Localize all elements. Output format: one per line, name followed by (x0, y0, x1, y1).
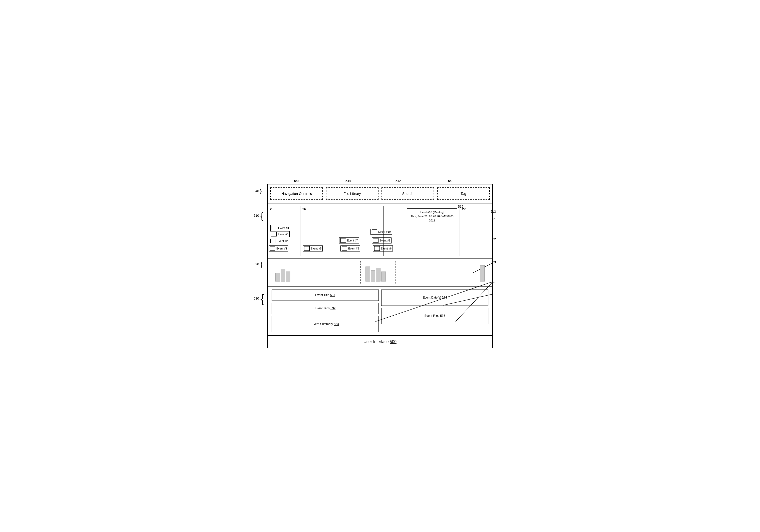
timeline-inner: 25 Event #4 Event #3 Event #2 (268, 206, 492, 256)
tooltip-title: Event #10 (Meeting) (410, 210, 454, 214)
bar-mid-4 (381, 272, 386, 282)
chart-inner (268, 261, 492, 284)
bar-mid-2 (371, 270, 375, 282)
event-box-2[interactable]: Event #2 (269, 238, 289, 244)
event-tooltip: Event #10 (Meeting) Thur, June 26, 20:20… (407, 208, 457, 224)
event-9-label: Event #9 (379, 239, 390, 242)
event-box-1[interactable]: Event #1 (268, 245, 288, 251)
ref-542: 542 (396, 179, 401, 183)
chart-section: 523 521 (268, 259, 492, 287)
main-frame: 541 544 542 543 Navigation Controls File… (267, 184, 493, 348)
col-25-label: 25 (270, 207, 273, 211)
event-6-label: Event #6 (348, 247, 359, 250)
toolbar-section: 541 544 542 543 Navigation Controls File… (268, 184, 492, 203)
timeline-section: 512 513 511 522 25 Event #4 Event #3 (268, 203, 492, 259)
ref-543: 543 (448, 179, 453, 183)
event-icon-4 (272, 226, 277, 230)
event-summary-ref: 533 (334, 322, 339, 326)
ref-541: 541 (294, 179, 300, 183)
chart-bars-left (275, 269, 290, 282)
search-item[interactable]: Search (382, 188, 434, 200)
event-3-label: Event #3 (278, 233, 288, 236)
diagram-container: 540 } 510 { 520 { 530 { 541 544 542 543 … (267, 184, 493, 348)
event-files-ref: 535 (440, 314, 445, 318)
event-icon-3 (271, 232, 277, 237)
event-box-7[interactable]: Event #7 (339, 238, 359, 244)
label-520: 520 { (254, 261, 262, 268)
event-4-label: Event #4 (278, 226, 289, 230)
event-icon-1 (270, 246, 275, 251)
bar-mid-1 (365, 267, 370, 282)
col-26-label: 26 (303, 207, 306, 211)
col-27: 27 (459, 206, 492, 256)
event-title-box[interactable]: Event Title 531 (272, 289, 379, 301)
label-540: 540 } (254, 189, 261, 194)
event-box-4[interactable]: Event #4 (270, 225, 290, 231)
event-tags-box[interactable]: Event Tags 532 (272, 303, 379, 314)
label-530: 530 { (254, 293, 264, 305)
tag-item[interactable]: Tag (437, 188, 490, 200)
chart-dashed-line-right (396, 261, 396, 284)
nav-controls-item[interactable]: Navigation Controls (270, 188, 323, 200)
event-8-label: Event #8 (381, 247, 392, 250)
event-title-label: Event Title 531 (315, 293, 335, 297)
bar-right-1 (480, 265, 485, 282)
nav-controls-label: Navigation Controls (281, 192, 312, 196)
tooltip-date: Thur, June 26, 20:20:20 GMT-0700 2011 (410, 214, 454, 222)
footer-ref: 500 (390, 339, 397, 344)
footer-label: User Interface (363, 339, 389, 344)
event-icon-8 (374, 246, 380, 251)
label-510: 510 { (254, 211, 263, 220)
col-27-label: 27 (462, 207, 466, 211)
event-dates-ref: 534 (442, 296, 447, 299)
event-box-5[interactable]: Event #5 (303, 245, 323, 251)
event-box-6[interactable]: Event #6 (341, 245, 360, 251)
event-tags-ref: 532 (330, 307, 335, 310)
chart-dashed-line-left (360, 261, 361, 284)
event-files-box[interactable]: Event Files 535 (381, 308, 488, 324)
event-icon-5 (304, 246, 309, 251)
footer-section: User Interface 500 (268, 335, 492, 348)
event-summary-label: Event Summary 533 (312, 322, 339, 326)
event-tags-label: Event Tags 532 (315, 307, 336, 310)
bar-left-1 (275, 273, 280, 282)
event-2-label: Event #2 (277, 240, 288, 243)
event-10-label: Event #10 (378, 230, 391, 233)
event-files-label: Event Files 535 (425, 314, 445, 318)
details-right-col: Event Date(s) 534 Event Files 535 (381, 289, 488, 332)
details-left-col: Event Title 531 Event Tags 532 Event Sum… (272, 289, 379, 332)
event-icon-6 (342, 246, 347, 251)
ref-544: 544 (346, 179, 351, 183)
event-dates-box[interactable]: Event Date(s) 534 (381, 289, 488, 306)
event-details-section: Event Title 531 Event Tags 532 Event Sum… (268, 287, 492, 335)
file-library-label: File Library (344, 192, 361, 196)
col-26: 26 Event #10 (Meeting) Thur, June 26, 20… (301, 206, 459, 256)
event-icon-10 (372, 230, 377, 234)
event-1-label: Event #1 (276, 247, 287, 250)
event-box-9[interactable]: Event #9 (372, 238, 392, 244)
event-summary-box[interactable]: Event Summary 533 (272, 316, 379, 332)
tag-label: Tag (461, 192, 466, 196)
event-dates-label: Event Date(s) 534 (423, 296, 447, 299)
chart-bars-mid (365, 267, 386, 282)
event-icon-7 (341, 238, 346, 243)
event-icon-2 (270, 239, 276, 243)
event-7-label: Event #7 (347, 239, 358, 242)
bar-mid-3 (376, 268, 381, 282)
bar-left-2 (281, 269, 285, 282)
details-grid: Event Title 531 Event Tags 532 Event Sum… (272, 289, 488, 332)
event-icon-9 (373, 238, 378, 243)
chart-bars-right (480, 265, 485, 282)
file-library-item[interactable]: File Library (326, 188, 378, 200)
event-5-label: Event #5 (311, 247, 321, 250)
event-box-3[interactable]: Event #3 (270, 231, 290, 237)
event-title-ref: 531 (330, 293, 335, 297)
search-label: Search (402, 192, 413, 196)
bar-left-3 (286, 272, 290, 282)
col-25: 25 Event #4 Event #3 Event #2 (268, 206, 301, 256)
timeline-cursor (383, 206, 384, 256)
event-box-10[interactable]: Event #10 (370, 229, 392, 235)
